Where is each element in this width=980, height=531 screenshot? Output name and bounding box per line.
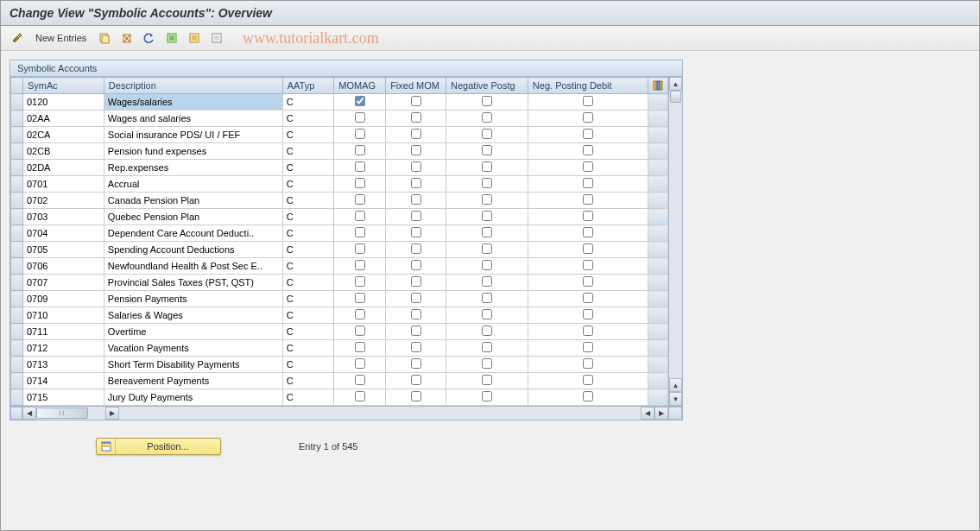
aatyp-input[interactable]	[283, 225, 334, 241]
symac-input[interactable]	[23, 340, 104, 356]
momag-checkbox[interactable]	[355, 326, 365, 336]
symac-input[interactable]	[23, 225, 104, 241]
description-input[interactable]	[104, 275, 282, 290]
neg-posting-debit-checkbox[interactable]	[583, 276, 593, 287]
aatyp-input[interactable]	[283, 193, 334, 208]
momag-checkbox[interactable]	[355, 243, 365, 254]
momag-checkbox[interactable]	[355, 309, 365, 319]
table-row[interactable]	[11, 275, 668, 291]
neg-posting-debit-checkbox[interactable]	[583, 96, 593, 106]
table-row[interactable]	[11, 209, 668, 225]
row-selector[interactable]	[11, 373, 23, 389]
row-selector[interactable]	[11, 225, 23, 242]
symac-input[interactable]	[23, 373, 104, 389]
fixed-mom-checkbox[interactable]	[411, 326, 421, 336]
undo-icon[interactable]	[140, 29, 159, 47]
momag-checkbox[interactable]	[355, 260, 365, 270]
symac-input[interactable]	[23, 324, 104, 339]
negative-postg-checkbox[interactable]	[482, 194, 492, 205]
col-fixed-mom[interactable]: Fixed MOM	[386, 78, 446, 94]
description-input[interactable]	[104, 340, 282, 356]
row-selector[interactable]	[11, 193, 23, 209]
symac-input[interactable]	[23, 307, 104, 323]
description-input[interactable]	[104, 143, 282, 159]
negative-postg-checkbox[interactable]	[482, 129, 492, 139]
toggle-change-icon[interactable]	[8, 29, 27, 47]
negative-postg-checkbox[interactable]	[482, 243, 492, 254]
aatyp-input[interactable]	[283, 127, 334, 142]
negative-postg-checkbox[interactable]	[482, 260, 492, 270]
negative-postg-checkbox[interactable]	[482, 326, 492, 336]
momag-checkbox[interactable]	[355, 145, 365, 155]
symac-input[interactable]	[23, 291, 104, 307]
table-row[interactable]	[11, 193, 668, 209]
aatyp-input[interactable]	[283, 275, 334, 290]
aatyp-input[interactable]	[283, 160, 334, 175]
fixed-mom-checkbox[interactable]	[411, 309, 421, 319]
description-input[interactable]	[104, 324, 282, 339]
description-input[interactable]	[104, 94, 282, 110]
description-input[interactable]	[104, 193, 282, 208]
col-aatyp[interactable]: AATyp	[282, 78, 334, 94]
table-row[interactable]	[11, 291, 668, 307]
neg-posting-debit-checkbox[interactable]	[583, 243, 593, 254]
select-all-icon[interactable]	[162, 29, 181, 47]
deselect-all-icon[interactable]	[207, 29, 226, 47]
horizontal-scrollbar[interactable]: ◀ ⁞⁞ ▶ ◀ ▶	[10, 406, 682, 420]
fixed-mom-checkbox[interactable]	[411, 243, 421, 254]
fixed-mom-checkbox[interactable]	[411, 276, 421, 287]
scroll-left-icon[interactable]: ◀	[22, 407, 36, 420]
table-row[interactable]	[11, 111, 668, 127]
momag-checkbox[interactable]	[355, 129, 365, 139]
scroll-up-icon[interactable]: ▲	[669, 77, 682, 91]
new-entries-button[interactable]: New Entries	[30, 31, 92, 45]
col-neg-posting-debit[interactable]: Neg. Posting Debit	[528, 78, 648, 94]
scroll-left-icon-2[interactable]: ◀	[641, 407, 654, 420]
neg-posting-debit-checkbox[interactable]	[583, 326, 593, 336]
row-selector[interactable]	[11, 127, 23, 143]
scroll-thumb[interactable]	[670, 91, 681, 103]
neg-posting-debit-checkbox[interactable]	[583, 260, 593, 270]
momag-checkbox[interactable]	[355, 96, 365, 106]
symbolic-accounts-table[interactable]: SymAc Description AATyp MOMAG Fixed MOM …	[10, 77, 668, 406]
scroll-down-icon[interactable]: ▲	[669, 378, 682, 392]
symac-input[interactable]	[23, 94, 104, 110]
row-selector[interactable]	[11, 357, 23, 373]
table-row[interactable]	[11, 242, 668, 258]
neg-posting-debit-checkbox[interactable]	[583, 112, 593, 123]
hscroll-thumb-left[interactable]: ⁞⁞	[36, 408, 88, 419]
negative-postg-checkbox[interactable]	[482, 309, 492, 319]
col-symac[interactable]: SymAc	[22, 78, 104, 94]
table-row[interactable]	[11, 176, 668, 193]
row-selector[interactable]	[11, 307, 23, 324]
col-description[interactable]: Description	[104, 78, 282, 94]
aatyp-input[interactable]	[283, 94, 334, 110]
scroll-right-icon[interactable]: ▶	[105, 407, 119, 420]
description-input[interactable]	[104, 389, 282, 405]
description-input[interactable]	[104, 291, 282, 307]
aatyp-input[interactable]	[283, 324, 334, 339]
table-config-icon[interactable]	[648, 78, 668, 94]
symac-input[interactable]	[23, 242, 104, 257]
negative-postg-checkbox[interactable]	[482, 276, 492, 287]
row-selector[interactable]	[11, 389, 23, 406]
description-input[interactable]	[104, 307, 282, 323]
description-input[interactable]	[104, 242, 282, 257]
table-row[interactable]	[11, 225, 668, 242]
momag-checkbox[interactable]	[355, 276, 365, 287]
momag-checkbox[interactable]	[355, 358, 365, 369]
momag-checkbox[interactable]	[355, 194, 365, 205]
symac-input[interactable]	[23, 160, 104, 175]
table-row[interactable]	[11, 143, 668, 160]
negative-postg-checkbox[interactable]	[482, 342, 492, 352]
description-input[interactable]	[104, 357, 282, 372]
symac-input[interactable]	[23, 209, 104, 224]
row-selector[interactable]	[11, 324, 23, 340]
neg-posting-debit-checkbox[interactable]	[583, 211, 593, 221]
aatyp-input[interactable]	[283, 176, 334, 192]
row-selector[interactable]	[11, 275, 23, 291]
neg-posting-debit-checkbox[interactable]	[583, 391, 593, 401]
negative-postg-checkbox[interactable]	[482, 293, 492, 303]
description-input[interactable]	[104, 225, 282, 241]
vertical-scrollbar[interactable]: ▲ ▲ ▼	[668, 77, 682, 406]
